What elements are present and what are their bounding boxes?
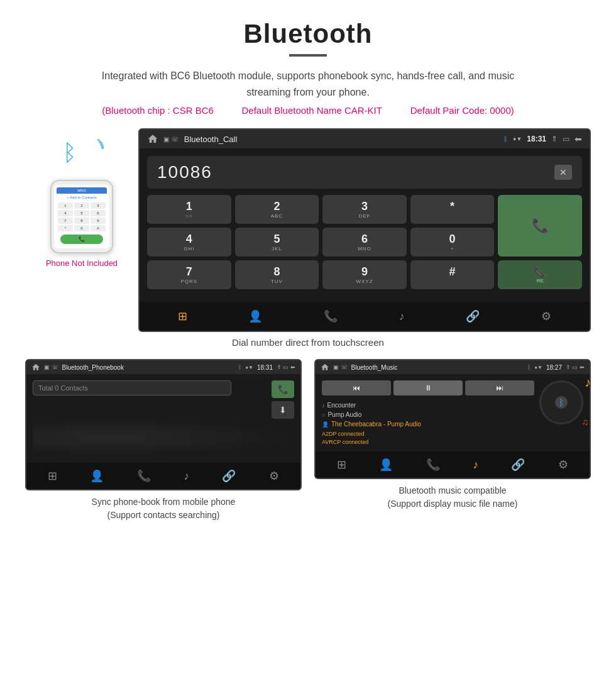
title-underline xyxy=(289,54,327,57)
window-icon: ▭ xyxy=(563,135,569,143)
pb-music-nav[interactable]: ♪ xyxy=(181,467,192,485)
pb-contacts-nav[interactable]: 👤 xyxy=(87,467,106,485)
pb-status-icons: ▣ ☏ xyxy=(44,364,58,370)
key-hash[interactable]: # xyxy=(410,260,495,289)
ms-status-icons: ▣ ☏ xyxy=(333,364,348,370)
phone-key-star: * xyxy=(58,225,73,231)
dialpad-nav-icon[interactable]: ⊞ xyxy=(175,307,190,326)
ms-bottom-bar: ⊞ 👤 📞 ♪ 🔗 ⚙ xyxy=(316,451,590,478)
phone-key-0: 0 xyxy=(74,225,89,231)
phone-mockup: MNS + Add to Contacts 1 2 3 4 5 6 7 8 9 … xyxy=(50,180,113,253)
pb-caption-line2: (Support contacts searching) xyxy=(107,510,220,520)
phonebook-screen: ▣ ☏ Bluetooth_Phonebook ᛒ ●▼ 18:31 ⇑ ▭ ⬅… xyxy=(25,359,302,490)
contacts-search-input[interactable]: Total 0 Contacts xyxy=(33,380,231,396)
phone-not-included-label: Phone Not Included xyxy=(46,258,118,268)
pb-home-icon xyxy=(31,363,40,372)
phone-add-contact: + Add to Contacts xyxy=(57,194,107,201)
ms-contacts-nav[interactable]: 👤 xyxy=(377,455,395,474)
pb-download-button[interactable]: ⬇ xyxy=(272,401,294,419)
vinyl-area: ᛒ ♪ ♫ xyxy=(539,380,583,424)
key-star[interactable]: * xyxy=(410,195,495,224)
play-pause-button[interactable]: ⏸ xyxy=(393,380,463,396)
a2dp-label: A2DP connected xyxy=(322,431,534,437)
ms-time: 18:27 xyxy=(546,364,562,371)
phone-key-2: 2 xyxy=(74,202,89,209)
ms-expand: ⇑ ▭ ⬅ xyxy=(566,364,585,370)
key-8[interactable]: 8TUV xyxy=(235,260,319,289)
phone-key-5: 5 xyxy=(74,210,89,216)
contacts-nav-icon[interactable]: 👤 xyxy=(246,307,265,326)
key-7[interactable]: 7PQRS xyxy=(147,260,231,289)
car-screen-call: ▣ ☏ Bluetooth_Call ᛒ ●▼ 18:31 ⇑ ▭ ⬅ 1008… xyxy=(138,128,591,332)
phonebook-body: Total 0 Contacts 📞 ⬇ xyxy=(26,374,300,463)
name-spec: Default Bluetooth Name CAR-KIT xyxy=(242,105,382,116)
phone-key-4: 4 xyxy=(58,210,73,216)
backspace-button[interactable]: ✕ xyxy=(554,165,572,180)
music-caption: Bluetooth music compatible (Support disp… xyxy=(388,484,518,511)
bt-status-icon: ᛒ xyxy=(503,135,508,143)
signal-dots: ●▼ xyxy=(513,136,522,142)
pb-settings-nav[interactable]: ⚙ xyxy=(267,467,282,485)
page-title: Bluetooth xyxy=(0,0,616,49)
track2-icon: ○ xyxy=(322,412,325,418)
code-spec: Default Pair Code: 0000) xyxy=(410,105,514,116)
music-transport: ⏮ ⏸ ⏭ xyxy=(322,380,534,396)
key-4[interactable]: 4GHI xyxy=(147,228,231,257)
pb-call-button[interactable]: 📞 xyxy=(272,380,294,398)
track1-icon: ♪ xyxy=(322,402,325,409)
phone-keypad: 1 2 3 4 5 6 7 8 9 * 0 # xyxy=(57,201,107,233)
back-icon: ⬅ xyxy=(575,134,582,144)
key-3[interactable]: 3DEF xyxy=(322,195,407,224)
ms-phone-nav[interactable]: 📞 xyxy=(424,455,443,474)
key-6[interactable]: 6MNO xyxy=(322,228,407,257)
ms-bt-icon: ᛒ xyxy=(527,364,531,370)
phone-key-hash: # xyxy=(91,225,106,231)
pb-bt-icon: ᛒ xyxy=(238,364,241,370)
bluetooth-symbol-icon: ᛒ xyxy=(63,140,77,166)
prev-button[interactable]: ⏮ xyxy=(322,380,391,396)
key-9[interactable]: 9WXYZ xyxy=(322,260,407,289)
key-2[interactable]: 2ABC xyxy=(235,195,319,224)
ms-signal: ●▼ xyxy=(534,365,542,370)
key-1[interactable]: 1○○ xyxy=(147,195,231,224)
track3-name: The Cheebacabra - Pump Audio xyxy=(331,421,421,428)
call-time: 18:31 xyxy=(527,135,546,143)
call-statusbar: ▣ ☏ Bluetooth_Call ᛒ ●▼ 18:31 ⇑ ▭ ⬅ xyxy=(140,130,590,148)
pb-dialpad-nav[interactable]: ⊞ xyxy=(45,467,60,485)
ms-music-nav[interactable]: ♪ xyxy=(470,456,481,474)
bt-vinyl-icon: ᛒ xyxy=(559,397,564,407)
pb-phone-nav[interactable]: 📞 xyxy=(135,467,153,485)
phone-key-8: 8 xyxy=(74,218,89,224)
pb-signal: ●▼ xyxy=(245,365,253,370)
music-nav-icon[interactable]: ♪ xyxy=(397,307,407,326)
phone-key-7: 7 xyxy=(58,218,73,224)
call-dialer: 10086 ✕ 1○○ 2ABC 3DEF * 📞 4GHI 5JKL 6MNO… xyxy=(140,148,590,302)
settings-nav-icon[interactable]: ⚙ xyxy=(539,307,554,326)
ms-settings-nav[interactable]: ⚙ xyxy=(556,455,571,474)
ms-caption-line1: Bluetooth music compatible xyxy=(399,485,506,495)
next-button[interactable]: ⏭ xyxy=(465,380,534,396)
link-nav-icon[interactable]: 🔗 xyxy=(463,307,482,326)
call-button[interactable]: 📞 xyxy=(498,195,582,257)
redial-button[interactable]: 📞 RE xyxy=(498,260,582,289)
pb-expand: ⇑ ▭ ⬅ xyxy=(277,364,295,370)
phone-call-button: 📞 xyxy=(60,235,103,244)
key-5[interactable]: 5JKL xyxy=(235,228,319,257)
ms-dialpad-nav[interactable]: ⊞ xyxy=(334,455,349,474)
bluetooth-icon-area: ᛒ xyxy=(57,135,107,172)
specs-line: (Bluetooth chip : CSR BC6 Default Blueto… xyxy=(0,105,616,116)
home-icon xyxy=(147,133,158,145)
call-caption: Dial number direct from touchscreen xyxy=(0,337,616,348)
phonebook-caption: Sync phone-book from mobile phone (Suppo… xyxy=(92,495,236,522)
phone-nav-icon[interactable]: 📞 xyxy=(321,307,340,326)
ms-link-nav[interactable]: 🔗 xyxy=(509,455,527,474)
track-1: ♪ Encounter xyxy=(322,401,534,410)
key-0[interactable]: 0+ xyxy=(410,228,495,257)
music-controls: ⏮ ⏸ ⏭ ♪ Encounter ○ Pump Audio 👤 The xyxy=(322,380,534,445)
ms-home-icon xyxy=(321,363,329,372)
track1-name: Encounter xyxy=(327,402,356,409)
ms-app-title: Bluetooth_Music xyxy=(351,364,524,371)
phone-illustration: ᛒ MNS + Add to Contacts 1 2 3 4 5 xyxy=(25,128,138,268)
music-screen: ▣ ☏ Bluetooth_Music ᛒ ●▼ 18:27 ⇑ ▭ ⬅ ⏮ ⏸… xyxy=(314,359,591,479)
pb-link-nav[interactable]: 🔗 xyxy=(219,467,238,485)
